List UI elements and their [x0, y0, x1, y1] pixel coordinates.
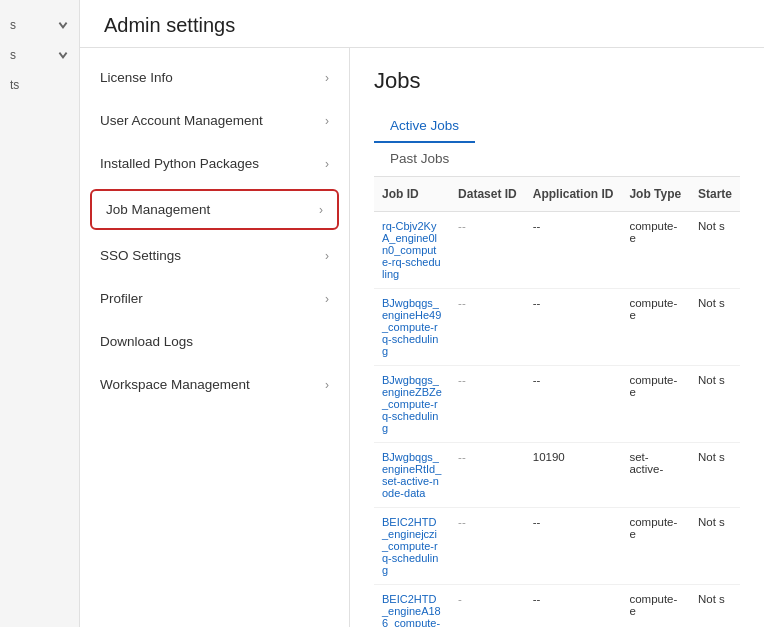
nav-item-label-job-management: Job Management	[106, 202, 210, 217]
jobs-table-container: Job IDDataset IDApplication IDJob TypeSt…	[374, 177, 740, 627]
content-area: License Info›User Account Management›Ins…	[80, 48, 764, 627]
table-cell: --	[450, 508, 525, 585]
table-cell: Not s	[690, 366, 740, 443]
table-cell: BEIC2HTD_enginejczi_compute-rq-schedulin…	[374, 508, 450, 585]
tab-past-jobs[interactable]: Past Jobs	[374, 143, 475, 176]
nav-item-label-installed-python-packages: Installed Python Packages	[100, 156, 259, 171]
chevron-down-icon	[57, 19, 69, 31]
nav-item-license-info[interactable]: License Info›	[80, 56, 349, 99]
table-row: BEIC2HTD_engineA186_compute-rq-schedulin…	[374, 585, 740, 628]
chevron-down-icon2	[57, 49, 69, 61]
table-cell: compute-e	[621, 366, 690, 443]
jobs-panel: Jobs Active JobsPast Jobs Job IDDataset …	[350, 48, 764, 627]
sidebar-label-ts: ts	[10, 78, 19, 92]
table-row: BJwgbqgs_engineHe49_compute-rq-schedulin…	[374, 289, 740, 366]
nav-item-label-user-account-management: User Account Management	[100, 113, 263, 128]
table-cell: --	[450, 443, 525, 508]
sidebar-item-ts[interactable]: ts	[0, 70, 79, 100]
table-row: BJwgbqgs_engineRtId_set-active-node-data…	[374, 443, 740, 508]
nav-item-label-profiler: Profiler	[100, 291, 143, 306]
table-cell: Not s	[690, 289, 740, 366]
table-cell: set-active-	[621, 443, 690, 508]
table-cell: 10190	[525, 443, 622, 508]
nav-item-installed-python-packages[interactable]: Installed Python Packages›	[80, 142, 349, 185]
table-cell: --	[525, 508, 622, 585]
table-cell: compute-e	[621, 585, 690, 628]
sidebar-item-s2[interactable]: s	[0, 40, 79, 70]
nav-item-label-download-logs: Download Logs	[100, 334, 193, 349]
table-cell: compute-e	[621, 212, 690, 289]
table-row: rq-Cbjv2KyA_engine0ln0_compute-rq-schedu…	[374, 212, 740, 289]
table-cell: BJwgbqgs_engineRtId_set-active-node-data	[374, 443, 450, 508]
sidebar-label-s1: s	[10, 18, 16, 32]
table-cell: --	[525, 366, 622, 443]
table-cell: --	[525, 212, 622, 289]
table-header-job-id: Job ID	[374, 177, 450, 212]
chevron-right-icon: ›	[325, 378, 329, 392]
nav-item-label-sso-settings: SSO Settings	[100, 248, 181, 263]
table-cell: --	[450, 366, 525, 443]
nav-item-profiler[interactable]: Profiler›	[80, 277, 349, 320]
page-header: Admin settings	[80, 0, 764, 48]
table-header-dataset-id: Dataset ID	[450, 177, 525, 212]
nav-item-label-workspace-management: Workspace Management	[100, 377, 250, 392]
chevron-right-icon: ›	[319, 203, 323, 217]
table-cell: Not s	[690, 585, 740, 628]
table-header-job-type: Job Type	[621, 177, 690, 212]
table-cell: --	[450, 212, 525, 289]
table-row: BJwgbqgs_engineZBZe_compute-rq-schedulin…	[374, 366, 740, 443]
main-content: Admin settings License Info›User Account…	[80, 0, 764, 627]
page-title: Admin settings	[104, 14, 740, 37]
jobs-title: Jobs	[374, 68, 740, 94]
nav-item-sso-settings[interactable]: SSO Settings›	[80, 234, 349, 277]
table-cell: BJwgbqgs_engineHe49_compute-rq-schedulin…	[374, 289, 450, 366]
jobs-table: Job IDDataset IDApplication IDJob TypeSt…	[374, 177, 740, 627]
table-cell: --	[525, 585, 622, 628]
chevron-right-icon: ›	[325, 114, 329, 128]
chevron-right-icon: ›	[325, 292, 329, 306]
settings-navigation: License Info›User Account Management›Ins…	[80, 48, 350, 627]
table-cell: Not s	[690, 212, 740, 289]
nav-item-user-account-management[interactable]: User Account Management›	[80, 99, 349, 142]
jobs-tabs: Active JobsPast Jobs	[374, 110, 740, 177]
chevron-right-icon: ›	[325, 71, 329, 85]
table-cell: Not s	[690, 508, 740, 585]
sidebar-label-s2: s	[10, 48, 16, 62]
table-cell: --	[525, 289, 622, 366]
nav-item-job-management[interactable]: Job Management›	[90, 189, 339, 230]
sidebar-item-s1[interactable]: s	[0, 10, 79, 40]
chevron-right-icon: ›	[325, 157, 329, 171]
sidebar: s s ts	[0, 0, 80, 627]
nav-item-label-license-info: License Info	[100, 70, 173, 85]
table-cell: -	[450, 585, 525, 628]
table-cell: --	[450, 289, 525, 366]
table-header-application-id: Application ID	[525, 177, 622, 212]
table-cell: BEIC2HTD_engineA186_compute-rq-schedulin…	[374, 585, 450, 628]
nav-item-workspace-management[interactable]: Workspace Management›	[80, 363, 349, 406]
table-row: BEIC2HTD_enginejczi_compute-rq-schedulin…	[374, 508, 740, 585]
table-cell: Not s	[690, 443, 740, 508]
table-cell: compute-e	[621, 508, 690, 585]
tab-active-jobs[interactable]: Active Jobs	[374, 110, 475, 143]
table-cell: compute-e	[621, 289, 690, 366]
table-cell: BJwgbqgs_engineZBZe_compute-rq-schedulin…	[374, 366, 450, 443]
table-header-starte: Starte	[690, 177, 740, 212]
chevron-right-icon: ›	[325, 249, 329, 263]
table-cell: rq-Cbjv2KyA_engine0ln0_compute-rq-schedu…	[374, 212, 450, 289]
nav-item-download-logs[interactable]: Download Logs	[80, 320, 349, 363]
